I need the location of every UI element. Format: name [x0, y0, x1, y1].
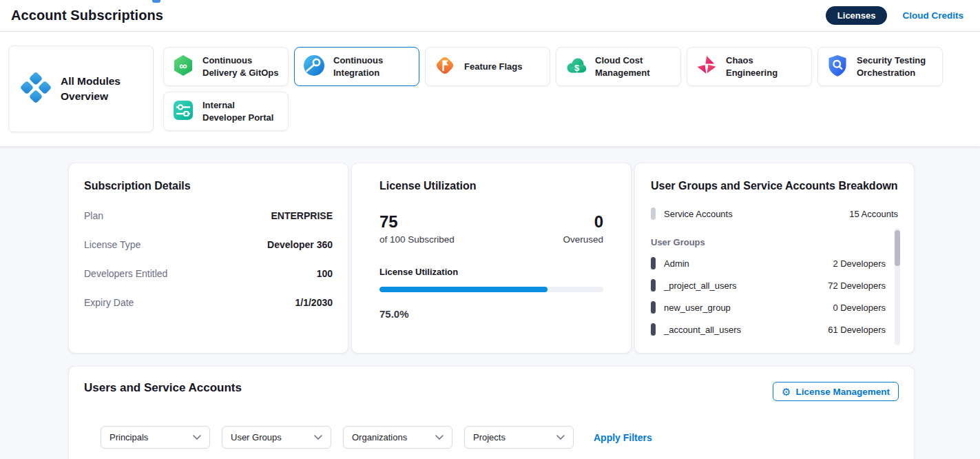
detail-row-plan: Plan ENTERPRISE	[84, 210, 333, 221]
module-card-continuous-integration[interactable]: Continuous Integration	[294, 47, 419, 86]
user-group-marker	[651, 301, 656, 314]
detail-row-developers-entitled: Developers Entitled 100	[84, 268, 333, 279]
user-group-row: Admin 2 Developers	[651, 257, 886, 269]
all-modules-overview-label: All Modules Overview	[61, 74, 142, 105]
cloud-cost-icon: $	[564, 54, 587, 80]
module-card-feature-flags[interactable]: Feature Flags	[425, 47, 550, 86]
chevron-down-icon	[435, 435, 444, 440]
projects-dropdown[interactable]: Projects	[464, 426, 574, 449]
user-group-row: new_user_group 0 Developers	[651, 301, 886, 314]
continuous-integration-icon	[302, 54, 326, 80]
user-group-row: _project_all_users 72 Developers	[651, 279, 886, 292]
used-caption: of 100 Subscribed	[379, 234, 455, 245]
utilization-bar-label: License Utilization	[379, 267, 603, 277]
utilization-percent: 75.0%	[379, 308, 603, 320]
cloud-credits-link[interactable]: Cloud Credits	[902, 10, 963, 21]
module-card-cloud-cost[interactable]: $ Cloud Cost Management	[556, 47, 681, 86]
user-group-marker	[651, 323, 656, 336]
groups-scrollbar-track[interactable]	[895, 228, 900, 345]
license-utilization-card: License Utilization 75 of 100 Subscribed…	[352, 163, 631, 353]
all-modules-overview-card[interactable]: All Modules Overview	[8, 45, 154, 132]
module-cards: ∞ Continuous Delivery & GitOps Continuou…	[163, 47, 955, 131]
header-actions: Licenses Cloud Credits	[826, 6, 963, 25]
module-label: Continuous Integration	[333, 54, 411, 79]
module-label: Security Testing Orchestration	[857, 54, 935, 79]
user-group-marker	[651, 257, 656, 269]
apply-filters-link[interactable]: Apply Filters	[594, 432, 652, 443]
filters-row: Principals User Groups Organizations Pro…	[101, 426, 899, 449]
breakdown-title: User Groups and Service Accounts Breakdo…	[651, 180, 898, 192]
svg-text:$: $	[574, 62, 580, 72]
all-modules-icon	[20, 72, 52, 106]
module-label: Chaos Engineering	[726, 54, 804, 79]
module-card-cd-gitops[interactable]: ∞ Continuous Delivery & GitOps	[163, 47, 289, 86]
module-card-chaos-engineering[interactable]: Chaos Engineering	[687, 47, 812, 86]
breakdown-card: User Groups and Service Accounts Breakdo…	[635, 163, 914, 353]
page-header: Account Subscriptions Licenses Cloud Cre…	[0, 0, 980, 32]
users-section-card: Users and Service Accounts ⚙ License Man…	[69, 367, 914, 459]
detail-row-license-type: License Type Developer 360	[84, 239, 333, 250]
chaos-engineering-icon	[695, 54, 718, 80]
module-card-security-testing[interactable]: Security Testing Orchestration	[817, 47, 943, 86]
utilization-numbers: 75 of 100 Subscribed 0 Overused	[379, 213, 603, 245]
module-label: Internal Developer Portal	[202, 99, 280, 124]
page-title: Account Subscriptions	[11, 8, 163, 23]
clipped-element-fragment	[152, 0, 160, 3]
cd-gitops-icon: ∞	[171, 54, 195, 80]
licenses-button[interactable]: Licenses	[826, 6, 888, 25]
principals-dropdown[interactable]: Principals	[101, 426, 210, 449]
subscription-details-title: Subscription Details	[84, 180, 333, 192]
service-accounts-marker	[651, 207, 656, 220]
module-card-internal-developer-portal[interactable]: Internal Developer Portal	[163, 92, 289, 131]
module-label: Cloud Cost Management	[595, 54, 673, 79]
used-count: 75	[379, 213, 455, 231]
internal-developer-portal-icon	[171, 99, 195, 125]
chevron-down-icon	[314, 435, 322, 440]
module-label: Feature Flags	[464, 61, 523, 73]
user-groups-dropdown[interactable]: User Groups	[222, 426, 331, 449]
used-count-block: 75 of 100 Subscribed	[379, 213, 455, 245]
user-group-row: _account_all_users 61 Developers	[651, 323, 886, 336]
overused-count: 0	[563, 213, 603, 231]
detail-row-expiry-date: Expiry Date 1/1/2030	[84, 297, 333, 308]
user-groups-list: Admin 2 Developers _project_all_users 72…	[651, 257, 886, 336]
utilization-progress-fill	[379, 287, 548, 292]
license-utilization-title: License Utilization	[379, 180, 603, 192]
feature-flags-icon	[433, 54, 457, 80]
user-group-marker	[651, 279, 656, 292]
overused-caption: Overused	[563, 234, 603, 245]
organizations-dropdown[interactable]: Organizations	[343, 426, 452, 449]
svg-text:∞: ∞	[179, 59, 187, 71]
module-selector-strip: All Modules Overview ∞ Continuous Delive…	[0, 32, 980, 146]
user-groups-heading: User Groups	[651, 237, 898, 247]
service-accounts-row: Service Accounts 15 Accounts	[651, 207, 898, 220]
chevron-down-icon	[193, 435, 201, 440]
gear-icon: ⚙	[782, 387, 791, 397]
subscription-details-card: Subscription Details Plan ENTERPRISE Lic…	[69, 163, 348, 353]
module-label: Continuous Delivery & GitOps	[202, 54, 280, 79]
groups-scrollbar-thumb[interactable]	[895, 230, 900, 266]
license-management-button[interactable]: ⚙ License Management	[773, 382, 899, 401]
chevron-down-icon	[556, 435, 565, 440]
overused-count-block: 0 Overused	[563, 213, 603, 245]
utilization-progress-bar	[379, 287, 603, 292]
security-testing-icon	[826, 54, 849, 80]
